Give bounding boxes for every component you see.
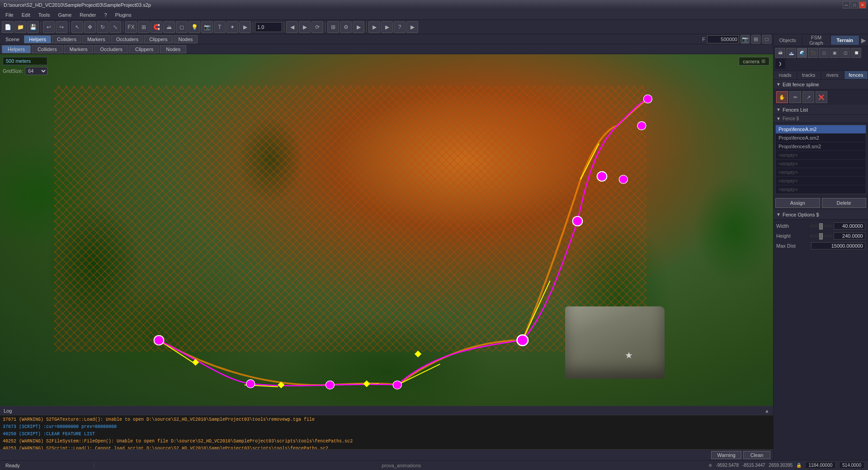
tb-redo2[interactable]: ▶ [299, 21, 311, 33]
vp-tab-nodes[interactable]: Nodes [160, 45, 186, 53]
ef-icon-select[interactable]: ✋ [776, 91, 788, 103]
menu-file[interactable]: File [2, 11, 17, 19]
tb-help[interactable]: ? [394, 21, 406, 33]
tab-objects[interactable]: Objects [774, 36, 802, 45]
viewport[interactable]: ★ [0, 54, 773, 406]
height-slider[interactable] [811, 235, 831, 237]
fence-dollar-header[interactable]: ▼ Fence $ [774, 115, 868, 123]
assign-button[interactable]: Assign [775, 198, 820, 208]
log-expand-icon[interactable]: ▲ [764, 408, 769, 414]
viewport-container[interactable]: ★ [0, 54, 773, 406]
tb-terrain[interactable]: ⛰ [163, 21, 175, 33]
tb-redo[interactable]: ↪ [56, 21, 67, 33]
tb-fx[interactable]: FX [125, 21, 137, 33]
vp-tab-helpers[interactable]: Helpers [2, 45, 31, 53]
tb-object[interactable]: ◻ [176, 21, 188, 33]
terrain-icon-6[interactable]: ▣ [830, 48, 840, 58]
log-content[interactable]: 37671 (WARNING) S2TGATexture::Load(): Un… [0, 415, 773, 449]
terrain-icon-7[interactable]: ◫ [840, 48, 850, 58]
frame-icon2[interactable]: ⊞ [751, 35, 760, 44]
tab-fsm-graph[interactable]: FSM Graph [802, 34, 830, 47]
terrain-icon-4[interactable]: ⬛ [808, 48, 818, 58]
menu-plugins[interactable]: Plugins [112, 11, 135, 19]
width-value-input[interactable] [834, 222, 865, 230]
tb-particle[interactable]: ✦ [226, 21, 238, 33]
subtab-tracks[interactable]: tracks [797, 71, 821, 79]
tb-more[interactable]: ▶ [239, 21, 251, 33]
fence-item-4[interactable]: <empty> [776, 151, 866, 160]
vp-tab-clippers[interactable]: Clippers [129, 45, 159, 53]
tb-more3[interactable]: ▶ [381, 21, 393, 33]
tb-camera[interactable]: 📷 [201, 21, 213, 33]
ef-icon-delete[interactable]: ❌ [816, 91, 827, 103]
maxdist-value-input[interactable] [811, 242, 865, 249]
fence-item-5[interactable]: <empty> [776, 160, 866, 168]
frame-expand[interactable]: □ [762, 35, 771, 44]
tb-refresh[interactable]: ⟳ [311, 21, 323, 33]
tb-select[interactable]: ↖ [71, 21, 83, 33]
vp-tab-markers[interactable]: Markers [64, 45, 94, 53]
tb-frame-input[interactable] [255, 22, 282, 32]
vp-tab-colliders[interactable]: Colliders [32, 45, 63, 53]
clean-button[interactable]: Clean [743, 451, 770, 459]
gridsize-select[interactable]: 64 32 128 [25, 67, 47, 75]
tb-more2[interactable]: ▶ [353, 21, 364, 33]
fence-options-section-header[interactable]: ▼ Fence Options $ [774, 210, 868, 220]
menu-game[interactable]: Game [54, 11, 75, 19]
scene-tab-occluders[interactable]: Occluders [111, 35, 144, 43]
tb-light[interactable]: 💡 [189, 21, 200, 33]
terrain-icon-9[interactable]: ❯ [775, 59, 785, 69]
warning-button[interactable]: Warning [711, 451, 741, 459]
terrain-icon-2[interactable]: 🗻 [786, 48, 796, 58]
tb-grid2[interactable]: ⊞ [327, 21, 339, 33]
menu-tools[interactable]: Tools [35, 11, 54, 19]
scene-tab-helpers[interactable]: Helpers [24, 35, 51, 43]
scene-tab-clippers[interactable]: Clippers [144, 35, 172, 43]
frame-number-input[interactable] [707, 35, 739, 43]
tb-snap[interactable]: 🧲 [151, 21, 162, 33]
tab-terrain[interactable]: Terrain [831, 36, 859, 45]
height-slider-thumb[interactable] [819, 233, 823, 240]
tb-settings[interactable]: ⚙ [340, 21, 352, 33]
width-slider-thumb[interactable] [819, 223, 823, 230]
height-value-input[interactable] [834, 232, 865, 240]
tb-play[interactable]: ▶ [368, 21, 380, 33]
vp-tab-occluders[interactable]: Occluders [94, 45, 128, 53]
subtab-roads[interactable]: roads [774, 71, 797, 79]
tb-undo2[interactable]: ◀ [286, 21, 298, 33]
terrain-icon-3[interactable]: 🌊 [797, 48, 807, 58]
terrain-icon-1[interactable]: 🏔 [775, 48, 785, 58]
close-button[interactable]: ✕ [859, 1, 866, 9]
edit-fence-section-header[interactable]: ▼ Edit fence spline [774, 80, 868, 89]
tb-text[interactable]: T [214, 21, 226, 33]
ef-icon-cursor[interactable]: ↗ [802, 91, 814, 103]
tb-open[interactable]: 📁 [14, 21, 26, 33]
width-slider[interactable] [811, 225, 831, 227]
delete-button[interactable]: Delete [822, 198, 867, 208]
camera-expand-icon[interactable]: ⊞ [761, 58, 765, 64]
tb-grid[interactable]: ⊞ [138, 21, 150, 33]
frame-icon1[interactable]: 📷 [741, 35, 750, 44]
scene-tab-nodes[interactable]: Nodes [174, 35, 198, 43]
tb-save[interactable]: 💾 [27, 21, 39, 33]
tb-undo[interactable]: ↩ [43, 21, 55, 33]
fence-item-7[interactable]: <empty> [776, 177, 866, 185]
tb-more4[interactable]: ▶ [406, 21, 418, 33]
tb-new[interactable]: 📄 [2, 21, 14, 33]
fence-item-3[interactable]: Props\fences8.sm2 [776, 142, 866, 151]
fence-item-8[interactable]: <empty> [776, 185, 866, 194]
expand-right-arrow[interactable]: ▶ [859, 37, 868, 44]
ef-icon-draw[interactable]: ✏ [789, 91, 801, 103]
menu-help[interactable]: ? [100, 11, 110, 19]
menu-edit[interactable]: Edit [18, 11, 34, 19]
fence-item-1[interactable]: Props\fenceA.m2 [776, 125, 866, 134]
subtab-rivers[interactable]: rivers [821, 71, 844, 79]
tb-rotate[interactable]: ↻ [97, 21, 108, 33]
subtab-fences[interactable]: fences [844, 71, 868, 79]
minimize-button[interactable]: ─ [843, 1, 850, 9]
fence-item-6[interactable]: <empty> [776, 168, 866, 177]
terrain-icon-5[interactable]: ◻ [819, 48, 829, 58]
menu-render[interactable]: Render [76, 11, 99, 19]
tb-scale[interactable]: ⤡ [109, 21, 121, 33]
terrain-icon-8[interactable]: 🔲 [851, 48, 861, 58]
